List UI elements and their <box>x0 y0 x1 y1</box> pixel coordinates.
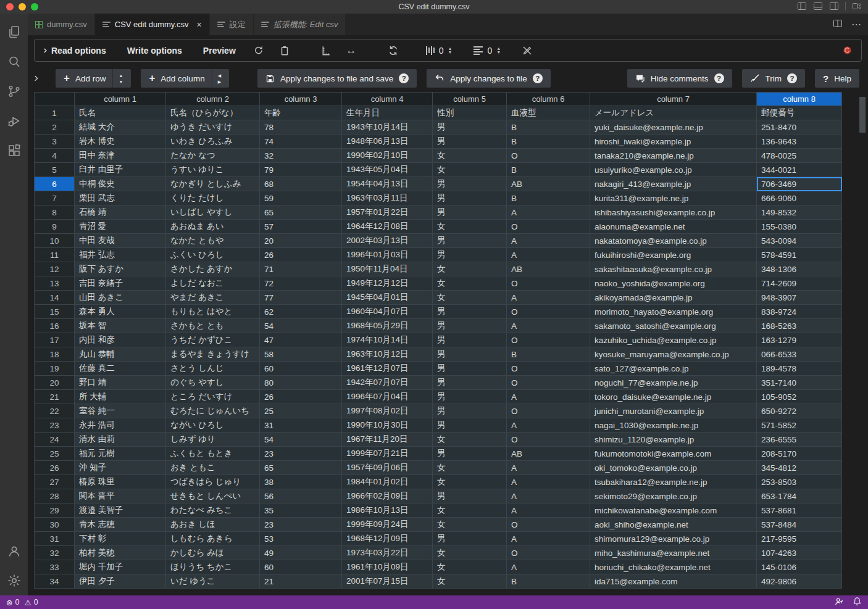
grid-cell[interactable]: あおき しほ <box>166 518 260 532</box>
grid-cell[interactable]: 男 <box>433 447 507 461</box>
grid-cell[interactable]: 543-0094 <box>757 234 842 248</box>
grid-cell[interactable]: hiroshi_iwaki@example.jp <box>590 135 757 149</box>
grid-cell[interactable]: 35 <box>260 503 342 518</box>
grid-cell[interactable]: 54 <box>260 319 342 333</box>
grid-cell[interactable]: 女 <box>433 475 507 489</box>
grid-cell[interactable]: 田中 奈津 <box>75 149 166 163</box>
grid-cell[interactable]: 1966年02月09日 <box>342 489 433 503</box>
grid-cell[interactable]: 149-8532 <box>757 205 842 220</box>
grid-cell[interactable]: 537-8681 <box>757 503 842 518</box>
toggle-panel-icon[interactable] <box>813 1 823 11</box>
grid-cell[interactable]: つばきはら じゅり <box>166 475 260 489</box>
grid-cell[interactable]: 福元 元樹 <box>75 447 166 461</box>
grid-cell[interactable]: 57 <box>260 220 342 234</box>
grid-cell[interactable]: 1996年07月04日 <box>342 390 433 404</box>
grid-cell[interactable]: 男 <box>433 205 507 220</box>
grid-cell[interactable]: A <box>507 475 590 489</box>
grid-cell[interactable]: さかもと とも <box>166 319 260 333</box>
grid-cell[interactable]: 丸山 恭輔 <box>75 347 166 362</box>
grid-cell[interactable]: 217-9595 <box>757 532 842 546</box>
editor-tab-3[interactable]: 設定 <box>210 14 254 35</box>
grid-cell[interactable]: 永井 浩司 <box>75 418 166 433</box>
grid-cell[interactable]: O <box>507 305 590 319</box>
grid-cell[interactable]: 男 <box>433 191 507 205</box>
grid-cell[interactable]: 女 <box>433 149 507 163</box>
grid-cell[interactable]: A <box>507 461 590 475</box>
grid-cell[interactable]: 1996年01月03日 <box>342 248 433 262</box>
grid-cell[interactable]: A <box>507 205 590 220</box>
grid-cell[interactable]: 女 <box>433 433 507 447</box>
row-number-cell[interactable]: 12 <box>35 262 75 276</box>
grid-cell[interactable]: 78 <box>260 120 342 135</box>
grid-cell[interactable]: よしだ なおこ <box>166 276 260 291</box>
grid-cell[interactable]: ふくもと もとき <box>166 447 260 461</box>
grid-cell[interactable]: 47 <box>260 333 342 347</box>
resize-columns-icon[interactable] <box>319 45 332 56</box>
column-header-6[interactable]: column 6 <box>507 93 590 106</box>
row-number-cell[interactable]: 26 <box>35 461 75 475</box>
grid-cell[interactable]: A <box>507 234 590 248</box>
grid-cell[interactable]: さかした あすか <box>166 262 260 276</box>
row-number-cell[interactable]: 7 <box>35 191 75 205</box>
grid-cell[interactable]: O <box>507 276 590 291</box>
source-changed-indicator-icon[interactable] <box>840 45 854 56</box>
grid-cell[interactable]: いだ ゆうこ <box>166 574 260 589</box>
hide-comments-button[interactable]: Hide comments ? <box>627 69 732 88</box>
grid-cell[interactable]: 1943年05月04日 <box>342 163 433 177</box>
grid-cell[interactable]: 渡邉 美智子 <box>75 503 166 518</box>
grid-cell[interactable]: A <box>507 291 590 305</box>
grid-cell[interactable]: sakamoto_satoshi@example.org <box>590 319 757 333</box>
grid-cell[interactable]: 163-1279 <box>757 333 842 347</box>
row-number-cell[interactable]: 19 <box>35 362 75 376</box>
grid-cell[interactable]: 1990年10月30日 <box>342 418 433 433</box>
grid-cell[interactable]: 椿原 珠里 <box>75 475 166 489</box>
grid-cell[interactable]: 345-4812 <box>757 461 842 475</box>
grid-cell[interactable]: B <box>507 574 590 589</box>
row-number-cell[interactable]: 9 <box>35 220 75 234</box>
grid-cell[interactable]: 58 <box>260 347 342 362</box>
reload-file-icon[interactable] <box>252 45 265 56</box>
split-editor-icon[interactable] <box>833 19 843 31</box>
grid-cell[interactable]: 臼井 由里子 <box>75 163 166 177</box>
grid-cell[interactable]: ishibashiyasushi@example.co.jp <box>590 205 757 220</box>
row-number-cell[interactable]: 23 <box>35 418 75 433</box>
grid-cell[interactable]: A <box>507 503 590 518</box>
grid-cell[interactable]: 2002年03月13日 <box>342 234 433 248</box>
grid-cell[interactable]: A <box>507 560 590 574</box>
grid-cell[interactable]: 中桐 俊史 <box>75 177 166 191</box>
grid-cell[interactable]: O <box>507 433 590 447</box>
grid-cell[interactable]: 男 <box>433 376 507 390</box>
sync-icon[interactable] <box>386 45 400 56</box>
grid-cell[interactable]: 女 <box>433 163 507 177</box>
grid-cell[interactable]: O <box>507 362 590 376</box>
grid-cell[interactable]: A <box>507 532 590 546</box>
grid-cell[interactable]: 1963年03月11日 <box>342 191 433 205</box>
help-button[interactable]: ? Help <box>815 69 859 88</box>
row-number-cell[interactable]: 5 <box>35 163 75 177</box>
row-number-cell[interactable]: 1 <box>35 106 75 120</box>
vertical-scrollbar[interactable] <box>858 92 867 595</box>
grid-cell[interactable]: aoki_shiho@example.net <box>590 518 757 532</box>
grid-cell[interactable]: メールアドレス <box>590 106 757 120</box>
grid-cell[interactable]: 内田 和彦 <box>75 333 166 347</box>
grid-cell[interactable]: 650-9272 <box>757 404 842 418</box>
grid-cell[interactable]: B <box>507 163 590 177</box>
grid-cell[interactable]: O <box>507 518 590 532</box>
grid-cell[interactable]: tanaka210@example.ne.jp <box>590 149 757 163</box>
grid-cell[interactable]: 女 <box>433 262 507 276</box>
write-options-toggle[interactable]: Write options <box>127 46 182 56</box>
add-column-position-toggle[interactable]: ◀▶ <box>212 69 221 88</box>
row-number-cell[interactable]: 10 <box>35 234 75 248</box>
more-actions-icon[interactable]: ⋯ <box>851 19 862 30</box>
grid-cell[interactable]: 血液型 <box>507 106 590 120</box>
grid-cell[interactable]: わたなべ みちこ <box>166 503 260 518</box>
grid-corner-cell[interactable] <box>35 93 75 106</box>
row-number-cell[interactable]: 32 <box>35 546 75 560</box>
grid-cell[interactable]: nakagiri_413@example.jp <box>590 177 757 191</box>
preview-toggle[interactable]: Preview <box>203 46 236 56</box>
grid-cell[interactable]: うすい ゆりこ <box>166 163 260 177</box>
grid-cell[interactable]: 1963年10月12日 <box>342 347 433 362</box>
run-debug-icon[interactable] <box>0 106 28 136</box>
grid-cell[interactable]: 32 <box>260 149 342 163</box>
grid-cell[interactable]: tokoro_daisuke@example.ne.jp <box>590 390 757 404</box>
